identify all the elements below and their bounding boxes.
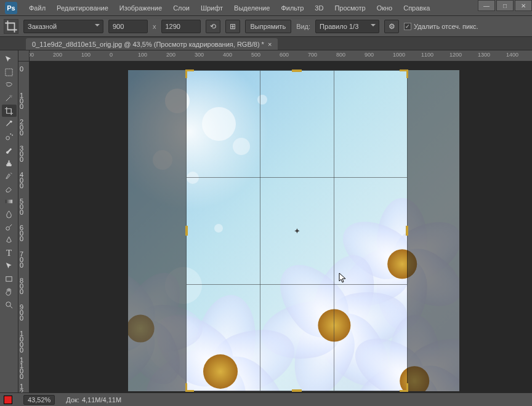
- document-tab-bar: 0_11e9d2_d8d10e15_orig.jpg @ 43,5% (Прос…: [0, 37, 532, 50]
- clone-stamp-tool[interactable]: [2, 156, 17, 169]
- straighten-button[interactable]: Выпрямить: [245, 20, 292, 33]
- menu-3d[interactable]: 3D: [309, 1, 329, 15]
- zoom-tool[interactable]: [2, 298, 17, 311]
- window-maximize[interactable]: □: [496, 0, 514, 11]
- hand-tool[interactable]: [2, 285, 17, 298]
- view-label: Вид:: [296, 23, 310, 30]
- checkbox-checked-icon: [404, 23, 411, 30]
- move-tool[interactable]: [2, 53, 17, 65]
- path-selection-tool[interactable]: [2, 260, 17, 272]
- foreground-color-swatch[interactable]: [4, 396, 12, 404]
- history-brush-tool[interactable]: [2, 169, 17, 181]
- svg-point-3: [6, 226, 10, 230]
- menu-layers[interactable]: Слои: [167, 1, 195, 15]
- type-tool[interactable]: T: [2, 247, 17, 259]
- horizontal-ruler: 3002001000100200300400500600700800900100…: [30, 50, 532, 62]
- document-tab[interactable]: 0_11e9d2_d8d10e15_orig.jpg @ 43,5% (Прос…: [26, 38, 278, 50]
- crop-center-icon: ✦: [294, 226, 300, 236]
- crop-tool[interactable]: [2, 105, 17, 117]
- svg-rect-2: [6, 199, 12, 203]
- eyedropper-tool[interactable]: [2, 117, 17, 130]
- svg-rect-0: [6, 68, 12, 75]
- menu-window[interactable]: Окно: [371, 1, 398, 15]
- crop-handle-bl[interactable]: [185, 381, 196, 392]
- crop-box[interactable]: ✦: [186, 70, 408, 391]
- doc-size: Док: 4,11M/4,11M: [66, 396, 121, 404]
- options-bar: Заказной 900 x 1290 ⟲ ⊞ Выпрямить Вид: П…: [0, 16, 532, 37]
- rectangle-tool[interactable]: [2, 273, 17, 285]
- window-close[interactable]: ✕: [515, 0, 532, 11]
- crop-handle-br[interactable]: [397, 381, 408, 392]
- crop-tool-icon[interactable]: [4, 19, 18, 34]
- view-preset-dropdown[interactable]: Правило 1/3: [315, 20, 379, 33]
- crop-width-input[interactable]: 900: [108, 20, 148, 33]
- crop-handle-tr[interactable]: [397, 70, 408, 81]
- zoom-level[interactable]: 43,52%: [23, 395, 55, 405]
- swap-dimensions-icon[interactable]: ⟲: [206, 20, 220, 33]
- window-minimize[interactable]: —: [478, 0, 495, 11]
- status-bar: 43,52% Док: 4,11M/4,11M: [0, 392, 532, 406]
- eraser-tool[interactable]: [2, 182, 17, 194]
- menu-bar: Ps Файл Редактирование Изображение Слои …: [0, 0, 532, 16]
- toolbox: T: [0, 50, 18, 392]
- crop-handle-bottom[interactable]: [292, 389, 302, 392]
- menu-edit[interactable]: Редактирование: [51, 1, 114, 15]
- app-logo: Ps: [5, 2, 17, 14]
- document-tab-title: 0_11e9d2_d8d10e15_orig.jpg @ 43,5% (Прос…: [32, 41, 264, 48]
- clear-dimensions-icon[interactable]: ⊞: [225, 20, 240, 33]
- svg-point-5: [6, 301, 11, 306]
- close-tab-icon[interactable]: ×: [268, 41, 272, 48]
- magic-wand-tool[interactable]: [2, 92, 17, 104]
- settings-gear-icon[interactable]: ⚙: [384, 20, 399, 33]
- menu-image[interactable]: Изображение: [114, 1, 167, 15]
- menu-select[interactable]: Выделение: [228, 1, 275, 15]
- crop-shield-right: [408, 70, 459, 391]
- vertical-ruler: 0100200300400500600700800900100011001200: [18, 62, 30, 392]
- ruler-corner: [18, 50, 30, 62]
- menu-type[interactable]: Шрифт: [195, 1, 228, 15]
- marquee-tool[interactable]: [2, 66, 17, 78]
- crop-shield-left: [128, 70, 186, 391]
- blur-tool[interactable]: [2, 208, 17, 220]
- gradient-tool[interactable]: [2, 195, 17, 207]
- delete-cropped-checkbox[interactable]: Удалить отсеч. пикс.: [404, 23, 478, 30]
- pen-tool[interactable]: [2, 234, 17, 246]
- dodge-tool[interactable]: [2, 221, 17, 233]
- menu-file[interactable]: Файл: [23, 1, 51, 15]
- menu-filter[interactable]: Фильтр: [275, 1, 309, 15]
- svg-point-1: [6, 136, 10, 140]
- lasso-tool[interactable]: [2, 79, 17, 91]
- svg-rect-4: [6, 276, 12, 281]
- crop-handle-top[interactable]: [292, 70, 302, 72]
- crop-handle-tl[interactable]: [185, 70, 196, 81]
- menu-help[interactable]: Справка: [398, 1, 435, 15]
- menu-view[interactable]: Просмотр: [329, 1, 371, 15]
- crop-handle-right[interactable]: [406, 226, 408, 236]
- crop-height-input[interactable]: 1290: [161, 20, 201, 33]
- spot-heal-tool[interactable]: [2, 130, 17, 143]
- brush-tool[interactable]: [2, 143, 17, 156]
- dimension-x: x: [153, 23, 156, 30]
- crop-preset-dropdown[interactable]: Заказной: [23, 20, 103, 33]
- canvas-area[interactable]: 3002001000100200300400500600700800900100…: [18, 50, 532, 392]
- crop-handle-left[interactable]: [185, 226, 188, 236]
